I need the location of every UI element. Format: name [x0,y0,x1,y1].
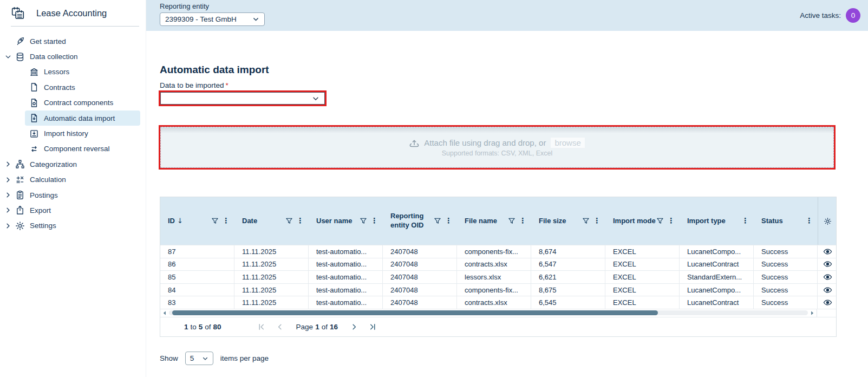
view-details-eye-icon[interactable] [818,271,837,283]
pagination-range: 1 to 5 of 80 [184,323,221,331]
table-row[interactable]: 8511.11.2025test-automatio...2407048less… [160,270,836,283]
sidebar-item-label: Get started [30,37,66,46]
reporting-entity-select[interactable]: 2399309 - Test GmbH [160,12,265,26]
items-per-page-label: items per page [220,354,269,362]
table-row[interactable]: 8711.11.2025test-automatio...2407048comp… [160,245,836,258]
column-menu-icon[interactable]: ⋮ [668,217,675,225]
cell-id: 86 [160,258,234,271]
horizontal-scrollbar[interactable] [160,309,817,317]
scrollbar-thumb[interactable] [172,310,658,315]
sidebar-item-calculation[interactable]: Calculation [3,172,140,187]
previous-page-button[interactable] [276,323,284,331]
column-menu-icon[interactable]: ⋮ [223,217,230,225]
active-tasks-badge[interactable]: 0 [846,8,860,23]
pagination-bar: 1 to 5 of 80 Page 1 of 16 [160,317,836,336]
document-icon [29,82,39,92]
filter-icon[interactable] [582,217,590,225]
sidebar-item-contract-components[interactable]: Contract components [25,95,140,110]
table-row[interactable]: 8611.11.2025test-automatio...2407048cont… [160,258,836,271]
column-header-file-size[interactable]: File size⋮ [531,197,605,245]
filter-icon[interactable] [434,217,441,225]
first-page-button[interactable] [257,323,265,331]
chevron-right-icon [3,192,15,198]
column-label: Date [242,217,257,225]
sidebar-item-label: Calculation [30,176,66,184]
chevron-down-icon [202,355,208,362]
chevron-right-icon [3,207,15,213]
browse-button[interactable]: browse [551,138,584,148]
sidebar-item-label: Automatic data import [44,114,115,122]
cell-file-name: contracts.xlsx [457,258,531,271]
sort-descending-icon[interactable]: ↓ [177,217,183,225]
sidebar-item-import-history[interactable]: Import history [25,126,140,141]
column-header-user-name[interactable]: User name⋮ [309,197,383,245]
column-header-file-name[interactable]: File name⋮ [457,197,531,245]
table-row[interactable]: 8311.11.2025test-automatio...2407048cont… [160,296,836,309]
calendar-app-logo-icon [11,6,25,20]
sidebar-item-label: Categorization [30,160,77,168]
settings-icon [15,221,25,231]
column-header-reporting-entity-oid[interactable]: Reporting entity OID⋮ [383,197,457,245]
column-header-status[interactable]: Status⋮ [754,197,818,245]
sidebar-item-automatic-data-import[interactable]: Automatic data import [25,110,140,126]
sidebar-item-data-collection[interactable]: Data collection [3,49,140,64]
page-navigation: Page 1 of 16 [257,323,377,331]
data-to-import-label: Data to be imported* [160,81,229,89]
cell-file-size: 6,545 [531,296,605,309]
column-menu-icon[interactable]: ⋮ [371,217,378,225]
cell-file-name: contracts.xlsx [457,296,531,309]
cell-id: 87 [160,245,234,258]
sidebar-item-component-reversal[interactable]: Component reversal [25,141,140,157]
column-menu-icon[interactable]: ⋮ [806,217,813,225]
scrollbar-track[interactable] [169,310,808,315]
filter-icon[interactable] [211,217,219,225]
data-to-import-select[interactable] [160,92,325,105]
table-row[interactable]: 8411.11.2025test-automatio...2407048comp… [160,283,836,296]
sidebar-divider [11,26,139,27]
column-menu-icon[interactable]: ⋮ [445,217,453,225]
scroll-left-icon[interactable] [162,310,167,316]
reporting-entity-value: 2399309 - Test GmbH [165,15,237,23]
sidebar-item-categorization[interactable]: Categorization [3,157,140,172]
cell-import-mode: EXCEL [605,271,680,283]
sidebar-nav: Get startedData collectionLessorsContrac… [0,34,146,233]
next-page-button[interactable] [350,323,358,331]
last-page-button[interactable] [369,323,377,331]
database-icon [15,52,25,62]
column-header-id[interactable]: ID↓⋮ [160,197,234,245]
sidebar-item-settings[interactable]: Settings [3,218,140,233]
required-marker: * [226,81,229,89]
sidebar-item-label: Contract components [44,99,113,107]
cell-date: 11.11.2025 [234,245,309,258]
cell-date: 11.11.2025 [234,296,309,309]
cell-status: Success [754,296,818,309]
sidebar-item-get-started[interactable]: Get started [3,34,140,49]
filter-icon[interactable] [656,217,664,225]
sidebar-item-postings[interactable]: Postings [3,187,140,203]
scroll-right-icon[interactable] [810,310,815,316]
sidebar-item-export[interactable]: Export [3,203,140,218]
column-header-import-mode[interactable]: Import mode⋮ [605,197,680,245]
sidebar-item-contracts[interactable]: Contracts [25,80,140,95]
column-menu-icon[interactable]: ⋮ [297,217,304,225]
sidebar-item-lessors[interactable]: Lessors [25,64,140,80]
filter-icon[interactable] [285,217,293,225]
column-menu-icon[interactable]: ⋮ [519,217,527,225]
table-settings-gear-icon[interactable] [818,197,837,245]
column-header-date[interactable]: Date⋮ [234,197,309,245]
cell-file-size: 6,621 [531,271,605,283]
column-header-import-type[interactable]: Import type⋮ [680,197,754,245]
file-dropzone[interactable]: Attach file using drag and drop, or brow… [160,127,834,168]
view-details-eye-icon[interactable] [818,245,837,258]
view-details-eye-icon[interactable] [818,284,837,296]
view-details-eye-icon[interactable] [818,258,837,271]
page-size-select[interactable]: 5 [185,352,213,365]
filter-icon[interactable] [508,217,515,225]
column-label: File name [465,217,497,225]
column-label: User name [316,217,352,225]
sidebar-item-label: Component reversal [44,145,110,153]
view-details-eye-icon[interactable] [818,296,837,309]
column-menu-icon[interactable]: ⋮ [742,217,749,225]
column-menu-icon[interactable]: ⋮ [593,217,601,225]
filter-icon[interactable] [360,217,367,225]
